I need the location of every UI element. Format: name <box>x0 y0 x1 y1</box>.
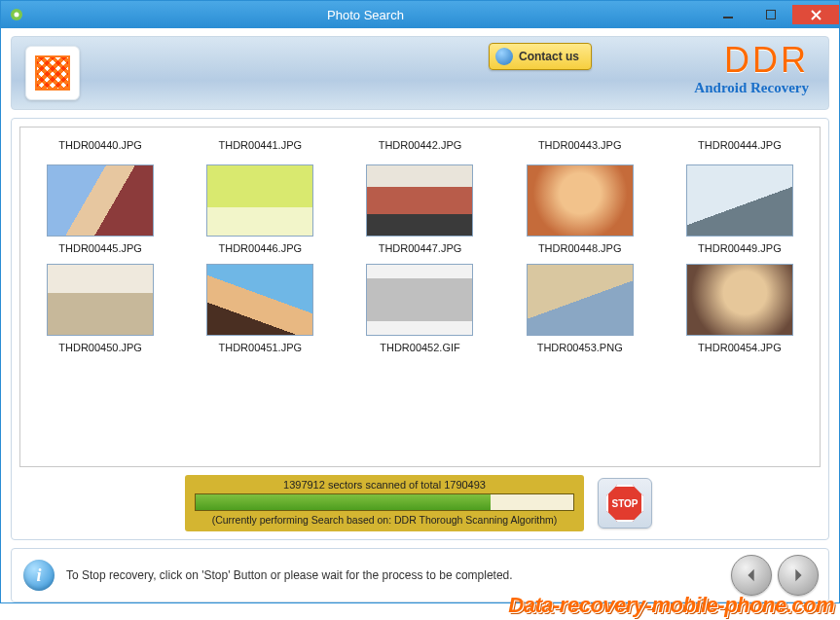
file-name: THDR00453.PNG <box>537 342 623 353</box>
person-icon <box>495 48 513 65</box>
file-name: THDR00441.JPG <box>218 139 302 151</box>
file-name: THDR00442.JPG <box>379 139 462 151</box>
file-name: THDR00449.JPG <box>698 242 782 254</box>
file-item[interactable]: THDR00441.JPG <box>180 131 340 161</box>
file-item[interactable]: THDR00454.JPG <box>660 260 820 359</box>
contact-us-button[interactable]: Contact us <box>489 43 592 70</box>
thumbnail <box>366 264 473 336</box>
file-name: THDR00447.JPG <box>379 242 462 254</box>
contact-label: Contact us <box>519 50 579 63</box>
thumbnail <box>206 164 313 237</box>
file-item[interactable]: THDR00444.JPG <box>660 131 820 161</box>
logo-icon <box>35 55 70 91</box>
thumbnail <box>47 164 154 237</box>
file-name: THDR00443.JPG <box>538 139 622 151</box>
thumbnail <box>527 164 634 237</box>
file-name: THDR00446.JPG <box>218 242 302 254</box>
close-button[interactable] <box>792 5 839 24</box>
back-button[interactable] <box>731 555 772 596</box>
progress-algorithm: (Currently performing Search based on: D… <box>195 514 574 526</box>
window-title: Photo Search <box>24 8 707 22</box>
content-panel: THDR00440.JPGTHDR00441.JPGTHDR00442.JPGT… <box>11 118 829 540</box>
stop-button[interactable]: STOP <box>598 478 652 529</box>
progress-fill <box>196 494 491 510</box>
file-item[interactable]: THDR00451.JPG <box>180 260 340 359</box>
nav-buttons <box>731 555 819 596</box>
thumbnail <box>686 164 793 237</box>
progress-bar <box>195 493 574 511</box>
minimize-button[interactable] <box>707 5 749 24</box>
next-button[interactable] <box>778 555 819 596</box>
brand-block: DDR Android Recovery <box>694 43 809 96</box>
info-icon: i <box>23 560 55 591</box>
file-item[interactable]: THDR00452.GIF <box>340 260 499 359</box>
thumbnail <box>206 264 313 336</box>
brand-name: DDR <box>694 43 809 78</box>
window-controls <box>707 5 839 24</box>
file-name: THDR00452.GIF <box>380 342 460 353</box>
file-item[interactable]: THDR00446.JPG <box>180 161 340 260</box>
svg-rect-3 <box>766 10 776 19</box>
file-item[interactable]: THDR00448.JPG <box>500 161 660 260</box>
header-banner: Contact us DDR Android Recovery <box>11 36 829 110</box>
file-name: THDR00451.JPG <box>218 342 302 353</box>
file-item[interactable]: THDR00453.PNG <box>500 260 660 359</box>
svg-rect-2 <box>723 17 733 18</box>
thumbnail <box>366 164 473 237</box>
footer-hint: To Stop recovery, click on 'Stop' Button… <box>66 568 513 582</box>
file-item[interactable]: THDR00440.JPG <box>20 131 180 161</box>
file-item[interactable]: THDR00445.JPG <box>20 161 180 260</box>
maximize-button[interactable] <box>749 5 792 24</box>
progress-row: 1397912 sectors scanned of total 1790493… <box>19 475 821 531</box>
stop-icon: STOP <box>606 485 643 522</box>
app-window: Photo Search Contact us DDR Android Reco… <box>0 0 840 603</box>
svg-point-1 <box>15 13 19 18</box>
file-name: THDR00448.JPG <box>538 242 622 254</box>
file-item[interactable]: THDR00450.JPG <box>20 260 180 359</box>
file-name: THDR00454.JPG <box>698 342 782 353</box>
file-name: THDR00445.JPG <box>58 242 142 254</box>
thumbnail-grid[interactable]: THDR00440.JPGTHDR00441.JPGTHDR00442.JPGT… <box>19 127 821 467</box>
progress-card: 1397912 sectors scanned of total 1790493… <box>185 475 584 531</box>
file-name: THDR00450.JPG <box>58 342 142 353</box>
thumbnail <box>47 264 154 336</box>
app-logo[interactable] <box>25 46 80 100</box>
thumbnail <box>527 264 634 336</box>
file-item[interactable]: THDR00442.JPG <box>340 131 499 161</box>
progress-status: 1397912 sectors scanned of total 1790493 <box>195 479 574 491</box>
stop-label: STOP <box>611 498 638 509</box>
watermark: Data-recovery-mobile-phone.com <box>508 593 834 618</box>
titlebar: Photo Search <box>1 1 839 28</box>
file-name: THDR00440.JPG <box>58 139 142 151</box>
thumbnail <box>686 264 793 336</box>
file-item[interactable]: THDR00443.JPG <box>500 131 660 161</box>
file-item[interactable]: THDR00449.JPG <box>660 161 820 260</box>
app-icon <box>9 7 24 22</box>
file-item[interactable]: THDR00447.JPG <box>340 161 499 260</box>
file-name: THDR00444.JPG <box>698 139 782 151</box>
brand-subtitle: Android Recovery <box>694 80 809 96</box>
